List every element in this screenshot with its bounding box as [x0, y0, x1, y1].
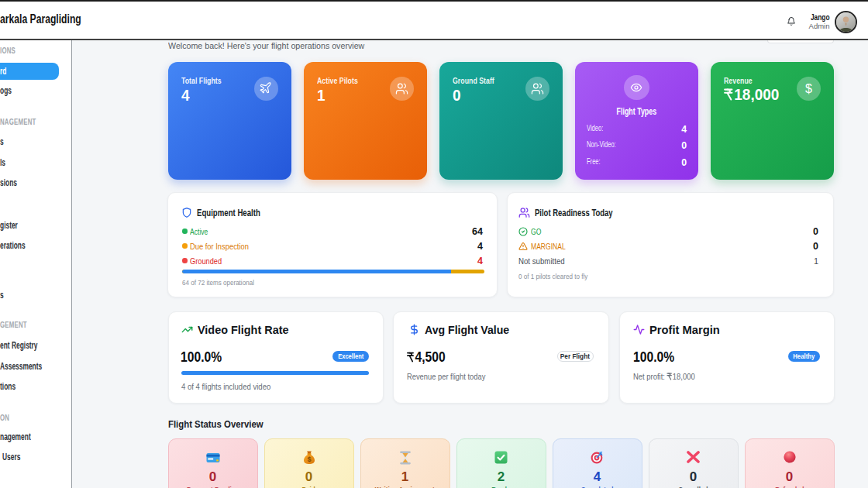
- svg-text:$: $: [307, 455, 311, 463]
